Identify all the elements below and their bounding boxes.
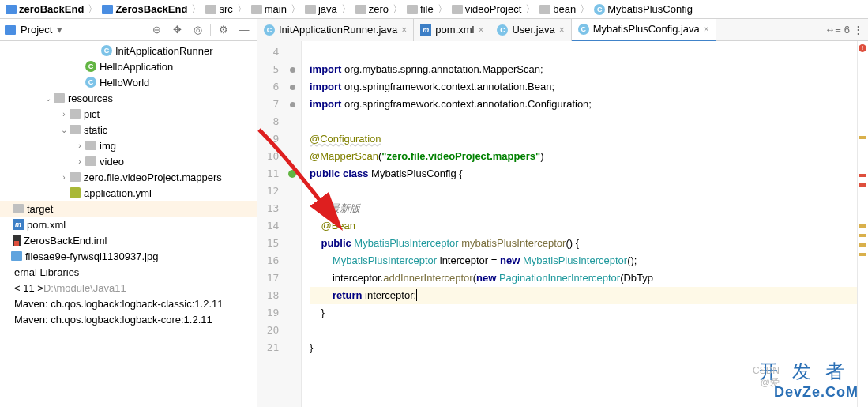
error-mark[interactable] [859, 183, 866, 187]
error-mark[interactable] [859, 243, 866, 247]
breadcrumb-item[interactable]: CMybatisPlusConfig [592, 3, 695, 15]
breadcrumb-bar: zeroBackEnd〉ZerosBackEnd〉src〉main〉java〉z… [0, 0, 868, 19]
sidebar-title: Project [21, 24, 52, 36]
editor-tabs: CInitApplicationRunner.java×mpom.xml×CUs… [257, 19, 868, 41]
tree-item[interactable]: ⌄static [0, 122, 257, 138]
tree-item[interactable]: ›img [0, 138, 257, 153]
main-area: Project ▾ ⊖ ✥ ◎ ⚙ — CInitApplicationRunn… [0, 19, 868, 407]
collapse-icon[interactable]: ⊖ [148, 22, 164, 38]
close-icon[interactable]: × [559, 24, 565, 36]
editor-tab[interactable]: CUser.java× [490, 19, 571, 41]
breadcrumb-item[interactable]: zero [353, 3, 391, 15]
close-icon[interactable]: × [478, 24, 483, 36]
gear-icon[interactable]: ⚙ [216, 22, 231, 38]
tree-item[interactable]: mpom.xml [0, 217, 257, 232]
code-editor[interactable]: 456789101112131415161718192021 import or… [257, 41, 868, 407]
chevron-right-icon: 〉 [289, 2, 302, 17]
breadcrumb-item[interactable]: file [404, 3, 436, 15]
divider [210, 24, 211, 36]
project-sidebar: Project ▾ ⊖ ✥ ◎ ⚙ — CInitApplicationRunn… [0, 19, 257, 407]
tree-item[interactable]: ernal Libraries [0, 264, 257, 280]
tree-item[interactable]: CHelloWorld [0, 74, 257, 90]
error-mark[interactable] [859, 234, 866, 237]
editor-tab[interactable]: CMybatisPlusConfig.java× [572, 19, 716, 41]
editor-tab[interactable]: CInitApplicationRunner.java× [257, 19, 414, 41]
chevron-right-icon: 〉 [436, 2, 449, 17]
error-mark[interactable] [859, 224, 866, 228]
project-tree[interactable]: CInitApplicationRunnerCHelloApplicationC… [0, 41, 257, 407]
target-icon[interactable]: ◎ [190, 22, 205, 38]
tab-counter: 6 [844, 24, 850, 36]
breadcrumb-item[interactable]: main [249, 3, 289, 15]
breadcrumb-item[interactable]: bean [537, 3, 578, 15]
expand-icon[interactable]: ✥ [169, 22, 185, 38]
minimize-icon[interactable]: — [236, 22, 252, 38]
tree-item[interactable]: target [0, 201, 257, 217]
line-numbers: 456789101112131415161718192021 [257, 41, 284, 407]
gutter-icons [284, 41, 301, 407]
chevron-right-icon: 〉 [391, 2, 404, 17]
breadcrumb-item[interactable]: videoProject [449, 3, 524, 15]
breadcrumb-item[interactable]: src [203, 3, 235, 15]
dropdown-icon[interactable]: ▾ [57, 24, 62, 36]
project-icon [5, 25, 16, 35]
close-icon[interactable]: × [704, 24, 709, 35]
tree-item[interactable]: application.yml [0, 185, 257, 201]
tab-menu-icon[interactable]: ⋮ [853, 24, 863, 36]
error-stripe[interactable]: ! [857, 41, 868, 407]
close-icon[interactable]: × [401, 24, 407, 36]
breadcrumb-item[interactable]: ZerosBackEnd [100, 3, 190, 15]
tree-item[interactable]: ›video [0, 153, 257, 169]
gutter: 456789101112131415161718192021 [257, 41, 302, 407]
error-mark[interactable] [859, 253, 866, 256]
chevron-right-icon: 〉 [578, 2, 592, 17]
tree-item[interactable]: CInitApplicationRunner [0, 43, 257, 58]
chevron-right-icon: 〉 [340, 2, 353, 17]
error-mark[interactable] [859, 136, 866, 139]
tree-item[interactable]: Maven: ch.qos.logback:logback-core:1.2.1… [0, 311, 257, 327]
tree-item[interactable]: ZerosBackEnd.iml [0, 232, 257, 248]
chevron-right-icon: 〉 [86, 2, 100, 17]
editor-tab[interactable]: mpom.xml× [414, 19, 490, 41]
tab-overflow[interactable]: ↔≡ 6 ⋮ [820, 24, 868, 36]
chevron-right-icon: 〉 [190, 2, 203, 17]
tree-item[interactable]: < 11 > D:\module\Java11 [0, 280, 257, 296]
tree-item[interactable]: CHelloApplication [0, 58, 257, 74]
chevron-right-icon: 〉 [235, 2, 249, 17]
tab-list-icon[interactable]: ↔≡ [825, 24, 841, 36]
sidebar-toolbar: Project ▾ ⊖ ✥ ◎ ⚙ — [0, 19, 257, 41]
chevron-right-icon: 〉 [524, 2, 537, 17]
tree-item[interactable]: Maven: ch.qos.logback:logback-classic:1.… [0, 296, 257, 311]
code-area[interactable]: import org.mybatis.spring.annotation.Map… [302, 41, 857, 407]
error-mark[interactable] [859, 174, 866, 177]
tree-item[interactable]: ⌄resources [0, 90, 257, 106]
tree-item[interactable]: filesae9e-fyrwsqi1130937.jpg [0, 248, 257, 264]
editor-zone: CInitApplicationRunner.java×mpom.xml×CUs… [257, 19, 868, 407]
error-indicator-icon[interactable]: ! [859, 44, 866, 52]
breadcrumb-item[interactable]: java [302, 3, 340, 15]
tree-item[interactable]: ›pict [0, 106, 257, 122]
tree-item[interactable]: ›zero.file.videoProject.mappers [0, 169, 257, 185]
breadcrumb-item[interactable]: zeroBackEnd [3, 3, 86, 15]
